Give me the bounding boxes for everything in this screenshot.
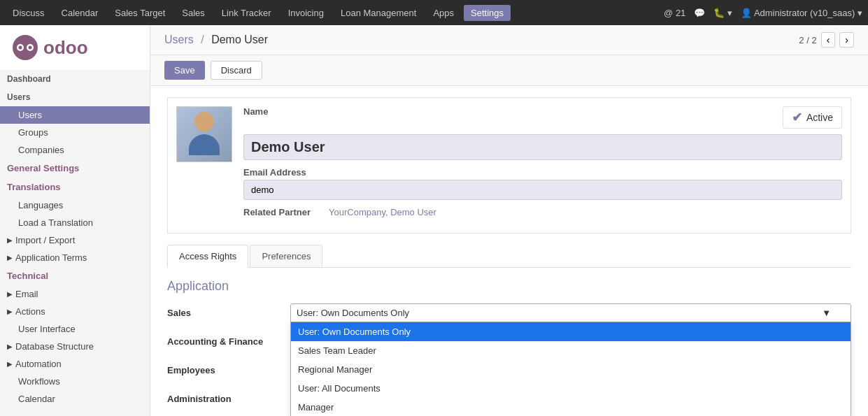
user-menu[interactable]: 👤 Administrator (v10_saas) ▾: [741, 8, 862, 18]
name-label: Name: [243, 106, 268, 117]
breadcrumb: Users / Demo User: [164, 34, 268, 46]
user-avatar[interactable]: [176, 106, 232, 162]
sales-select-wrapper: User: Own Documents Only ▼ User: Own Doc…: [290, 303, 851, 322]
chevron-right-icon: ▶: [7, 343, 13, 350]
debug-icon[interactable]: 🐛 ▾: [713, 8, 732, 18]
sidebar-item-import-export-label: Import / Export: [15, 235, 75, 245]
discard-button[interactable]: Discard: [211, 61, 262, 80]
partner-value[interactable]: YourCompany, Demo User: [329, 207, 436, 217]
option-sales-team-leader[interactable]: Sales Team Leader: [291, 341, 851, 360]
notification-icon[interactable]: @ 21: [664, 8, 685, 18]
top-navigation: Discuss Calendar Sales Target Sales Link…: [0, 0, 868, 25]
sidebar-item-languages[interactable]: Languages: [0, 196, 150, 214]
sidebar-item-email-label: Email: [15, 289, 38, 299]
nav-discuss[interactable]: Discuss: [6, 5, 52, 21]
option-regional-manager[interactable]: Regional Manager: [291, 360, 851, 379]
name-field-row: [243, 134, 842, 160]
option-manager[interactable]: Manager: [291, 398, 851, 416]
nav-apps[interactable]: Apps: [426, 5, 461, 21]
avatar-image: [177, 106, 232, 162]
breadcrumb-current: Demo User: [211, 34, 268, 45]
top-nav-right: @ 21 💬 🐛 ▾ 👤 Administrator (v10_saas) ▾: [664, 8, 862, 18]
active-badge[interactable]: ✔ Active: [783, 106, 842, 129]
next-button[interactable]: ›: [839, 32, 854, 48]
app-label-accounting: Accounting & Finance: [167, 332, 279, 347]
sales-dropdown-display[interactable]: User: Own Documents Only ▼: [290, 303, 851, 322]
svg-point-3: [19, 46, 22, 50]
partner-label: Related Partner: [243, 207, 320, 217]
chevron-right-icon: ▶: [7, 254, 13, 261]
sidebar-item-users[interactable]: Users: [0, 106, 150, 124]
tab-access-rights[interactable]: Access Rights: [167, 245, 248, 268]
sidebar-section-dashboard: Dashboard: [0, 70, 150, 88]
sidebar-item-actions[interactable]: ▶ Actions: [0, 303, 150, 320]
nav-calendar[interactable]: Calendar: [55, 5, 106, 21]
main-layout: odoo Dashboard Users Users Groups Compan…: [0, 25, 868, 416]
option-all-documents[interactable]: User: All Documents: [291, 379, 851, 398]
option-own-docs[interactable]: User: Own Documents Only: [291, 322, 851, 341]
user-top-section: Name ✔ Active Email Address: [167, 97, 851, 234]
breadcrumb-bar: Users / Demo User 2 / 2 ‹ ›: [150, 25, 868, 55]
sidebar-item-database-structure-label: Database Structure: [15, 341, 94, 352]
email-field-row: Email Address: [243, 167, 842, 200]
odoo-logo-icon: [11, 34, 39, 62]
chat-icon[interactable]: 💬: [694, 8, 705, 18]
svg-point-0: [13, 35, 38, 60]
partner-row: Related Partner YourCompany, Demo User: [243, 207, 842, 217]
sidebar-section-general-settings[interactable]: General Settings: [0, 159, 150, 178]
app-row-sales: Sales User: Own Documents Only ▼ User: O…: [167, 303, 851, 322]
sidebar-item-email[interactable]: ▶ Email: [0, 285, 150, 303]
nav-sales-target[interactable]: Sales Target: [108, 5, 172, 21]
app-label-employees: Employees: [167, 361, 279, 375]
sidebar-item-calendar[interactable]: Calendar: [0, 390, 150, 408]
sidebar-item-load-translation[interactable]: Load a Translation: [0, 214, 150, 231]
action-bar: Save Discard: [150, 55, 868, 86]
logo-area: odoo: [0, 25, 150, 70]
sidebar-item-workflows[interactable]: Workflows: [0, 373, 150, 390]
save-button[interactable]: Save: [164, 61, 205, 80]
email-input[interactable]: [243, 180, 842, 200]
tabs: Access Rights Preferences: [167, 245, 851, 268]
app-label-sales: Sales: [167, 303, 279, 318]
active-checkmark: ✔: [792, 110, 802, 125]
avatar-head: [194, 112, 214, 131]
sidebar-item-actions-label: Actions: [15, 306, 45, 317]
chevron-right-icon: ▶: [7, 236, 13, 244]
nav-controls: 2 / 2 ‹ ›: [799, 32, 854, 48]
sidebar-item-database-structure[interactable]: ▶ Database Structure: [0, 338, 150, 355]
sidebar-item-automation-label: Automation: [15, 359, 62, 369]
breadcrumb-parent[interactable]: Users: [164, 34, 194, 45]
svg-point-4: [29, 46, 32, 50]
sidebar-item-companies[interactable]: Companies: [0, 141, 150, 159]
odoo-logo: odoo: [11, 34, 138, 62]
sales-selected-value: User: Own Documents Only: [297, 308, 409, 318]
odoo-text: odoo: [43, 37, 88, 59]
prev-button[interactable]: ‹: [821, 32, 836, 48]
active-text: Active: [806, 112, 833, 123]
nav-sales[interactable]: Sales: [175, 5, 212, 21]
chevron-right-icon: ▶: [7, 290, 13, 298]
sidebar-item-application-terms[interactable]: ▶ Application Terms: [0, 249, 150, 266]
content-area: Users / Demo User 2 / 2 ‹ › Save Discard: [150, 25, 868, 416]
name-input[interactable]: [243, 134, 842, 160]
application-title: Application: [167, 279, 851, 294]
nav-link-tracker[interactable]: Link Tracker: [215, 5, 278, 21]
tab-preferences[interactable]: Preferences: [250, 245, 322, 267]
sidebar-section-technical[interactable]: Technical: [0, 266, 150, 285]
nav-settings[interactable]: Settings: [464, 5, 511, 21]
sidebar-section-users-header: Users: [0, 88, 150, 106]
sidebar-item-automation[interactable]: ▶ Automation: [0, 355, 150, 373]
sidebar-section-translations[interactable]: Translations: [0, 178, 150, 196]
nav-loan-management[interactable]: Loan Management: [334, 5, 423, 21]
nav-invoicing[interactable]: Invoicing: [281, 5, 331, 21]
sidebar-item-import-export[interactable]: ▶ Import / Export: [0, 231, 150, 249]
sales-dropdown-list: User: Own Documents Only Sales Team Lead…: [290, 322, 851, 416]
chevron-right-icon: ▶: [7, 360, 13, 368]
breadcrumb-separator: /: [201, 34, 204, 45]
avatar-body: [189, 134, 220, 155]
app-label-administration: Administration: [167, 389, 279, 404]
dropdown-arrow-icon: ▼: [822, 308, 831, 318]
sidebar-item-user-interface[interactable]: User Interface: [0, 320, 150, 338]
chevron-right-icon: ▶: [7, 308, 13, 315]
sidebar-item-groups[interactable]: Groups: [0, 124, 150, 141]
